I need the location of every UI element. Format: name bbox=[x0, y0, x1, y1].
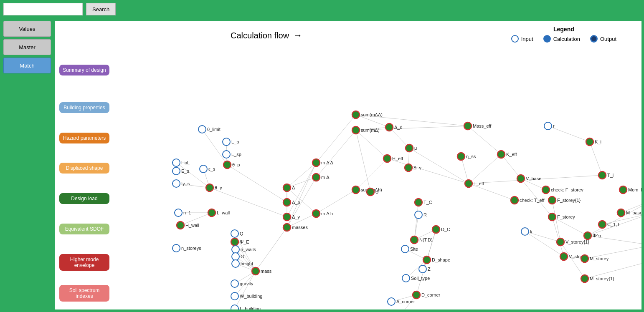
svg-point-159 bbox=[401, 245, 409, 253]
node-Z[interactable]: Z bbox=[419, 265, 431, 273]
node-n_walls[interactable]: n_walls bbox=[232, 246, 256, 253]
svg-point-83 bbox=[172, 159, 180, 166]
node-theta_y[interactable]: θ_y bbox=[206, 184, 222, 191]
svg-point-153 bbox=[415, 211, 422, 219]
category-box[interactable]: Building properties bbox=[59, 102, 109, 113]
node-D_corner[interactable]: D_corner bbox=[413, 291, 441, 299]
node-mDeltaDelta[interactable]: m Δ Δ bbox=[312, 159, 333, 166]
node-gravity[interactable]: gravity bbox=[231, 280, 254, 287]
category-box[interactable]: Displaced shape bbox=[59, 163, 109, 174]
node-V_base[interactable]: V_base bbox=[517, 175, 541, 182]
node-check_T_eff[interactable]: check: T_eff bbox=[511, 196, 545, 204]
sidebar-btn-match[interactable]: Match bbox=[3, 58, 51, 73]
node-H_wall[interactable]: H_wall bbox=[177, 221, 199, 229]
svg-text:m Δ Δ: m Δ Δ bbox=[321, 160, 333, 165]
node-G[interactable]: G bbox=[232, 253, 244, 260]
svg-point-149 bbox=[405, 164, 412, 171]
svg-text:θ_p: θ_p bbox=[232, 162, 240, 167]
svg-text:G: G bbox=[241, 254, 244, 259]
category-box[interactable]: Higher mode envelope bbox=[59, 254, 109, 271]
svg-text:m Δ h: m Δ h bbox=[321, 211, 333, 216]
node-Delta_p[interactable]: Δ_p bbox=[283, 199, 300, 206]
svg-text:M_base: M_base bbox=[626, 210, 641, 215]
svg-point-203 bbox=[586, 138, 593, 146]
node-L_wall[interactable]: L_wall bbox=[208, 209, 230, 216]
node-E_s2[interactable]: E_s bbox=[172, 167, 189, 175]
node-fy_s[interactable]: fy_s bbox=[172, 180, 190, 187]
svg-point-117 bbox=[231, 292, 238, 300]
node-T_C[interactable]: T_C bbox=[415, 199, 432, 206]
node-eta_ss[interactable]: η_ss bbox=[457, 153, 476, 160]
node-n_storeys[interactable]: n_storeys bbox=[172, 244, 201, 252]
node-mDeltah[interactable]: m Δ h bbox=[312, 210, 333, 217]
node-K_i[interactable]: K_i bbox=[586, 138, 601, 146]
svg-line-76 bbox=[235, 271, 256, 309]
node-D_shape[interactable]: D_shape bbox=[423, 256, 450, 264]
node-N_TD[interactable]: N(T,D) bbox=[411, 236, 433, 244]
category-box[interactable]: Summary of design bbox=[59, 65, 109, 75]
node-Q[interactable]: Q bbox=[231, 230, 243, 237]
node-V_storey1[interactable]: V_storey{1} bbox=[557, 238, 589, 246]
node-Site[interactable]: Site bbox=[401, 245, 418, 253]
svg-point-201 bbox=[544, 122, 552, 130]
node-T_i[interactable]: T_i bbox=[598, 171, 614, 179]
node-phi[interactable]: φ bbox=[367, 188, 378, 196]
svg-text:mass: mass bbox=[261, 269, 272, 274]
node-HoL[interactable]: HoL bbox=[172, 159, 190, 166]
node-psi_E[interactable]: Ψ_E bbox=[231, 238, 249, 246]
node-L_p[interactable]: L_p bbox=[223, 138, 239, 146]
svg-point-193 bbox=[557, 238, 564, 246]
node-W_building[interactable]: W_building bbox=[231, 292, 262, 300]
node-E_s[interactable]: ε_s bbox=[200, 165, 216, 173]
node-theta_limit[interactable]: θ_limit bbox=[198, 126, 221, 133]
svg-text:R: R bbox=[423, 212, 427, 217]
node-Mom_base[interactable]: Mom_base bbox=[619, 186, 641, 194]
svg-text:D_C: D_C bbox=[441, 227, 450, 232]
category-box[interactable]: Hazard parameters bbox=[59, 133, 109, 143]
node-summDeltaDelta[interactable]: sum(mΔΔ) bbox=[352, 111, 383, 118]
svg-text:T_C: T_C bbox=[423, 200, 432, 205]
node-A_corner[interactable]: A_corner bbox=[388, 298, 415, 305]
node-summDelta[interactable]: sum(mΔ) bbox=[352, 126, 380, 134]
node-K_eff[interactable]: K_eff bbox=[497, 151, 517, 158]
sidebar-btn-master[interactable]: Master bbox=[3, 39, 51, 55]
node-mass[interactable]: mass bbox=[252, 267, 272, 275]
svg-line-31 bbox=[468, 126, 501, 154]
node-M_storey[interactable]: M_storey bbox=[581, 255, 609, 262]
node-Soil_type[interactable]: Soil_type bbox=[402, 274, 430, 282]
node-L_building[interactable]: L_building bbox=[231, 305, 261, 309]
node-Mass_eff[interactable]: Mass_eff bbox=[464, 122, 492, 130]
search-button[interactable]: Search bbox=[86, 3, 116, 15]
category-box[interactable]: Equivalent SDOF bbox=[59, 224, 109, 234]
node-L_sp[interactable]: L_sp bbox=[223, 151, 241, 158]
category-box[interactable]: Soil spectrum indexes bbox=[59, 285, 109, 302]
node-D_C[interactable]: D_C bbox=[432, 226, 450, 233]
node-Delta_d[interactable]: Δ_d bbox=[385, 123, 403, 131]
node-F_storey[interactable]: F_storey bbox=[548, 213, 575, 221]
node-F_storey1[interactable]: F_storey{1} bbox=[548, 196, 581, 204]
node-Delta_y2[interactable]: Δ_y bbox=[405, 164, 421, 171]
node-Phi0[interactable]: Φ^o bbox=[584, 232, 601, 239]
node-mDelta[interactable]: m Δ bbox=[312, 174, 330, 181]
svg-point-183 bbox=[517, 175, 525, 182]
node-T_eff[interactable]: T_eff bbox=[465, 180, 484, 187]
svg-point-91 bbox=[172, 180, 180, 187]
svg-text:n_1: n_1 bbox=[183, 210, 191, 215]
search-input[interactable] bbox=[3, 3, 83, 15]
node-Delta[interactable]: Δ bbox=[283, 184, 295, 191]
node-C_1T[interactable]: C_1,T bbox=[598, 221, 620, 228]
node-check_F_storey[interactable]: check: F_storey bbox=[542, 186, 583, 194]
node-r[interactable]: r bbox=[544, 122, 555, 130]
svg-text:gravity: gravity bbox=[240, 281, 254, 286]
svg-line-20 bbox=[316, 130, 356, 177]
node-k[interactable]: k bbox=[521, 228, 532, 235]
node-M_base[interactable]: M_base bbox=[617, 209, 641, 216]
node-R[interactable]: R bbox=[415, 211, 427, 219]
node-H_eff[interactable]: H_eff bbox=[383, 155, 403, 162]
node-M_storey1[interactable]: M_storey{1} bbox=[581, 275, 614, 282]
category-box[interactable]: Design load bbox=[59, 193, 109, 204]
sidebar-btn-values[interactable]: Values bbox=[3, 21, 51, 37]
node-mu[interactable]: μ bbox=[406, 144, 417, 152]
svg-text:L_wall: L_wall bbox=[217, 210, 230, 215]
node-masses[interactable]: masses bbox=[283, 224, 308, 231]
